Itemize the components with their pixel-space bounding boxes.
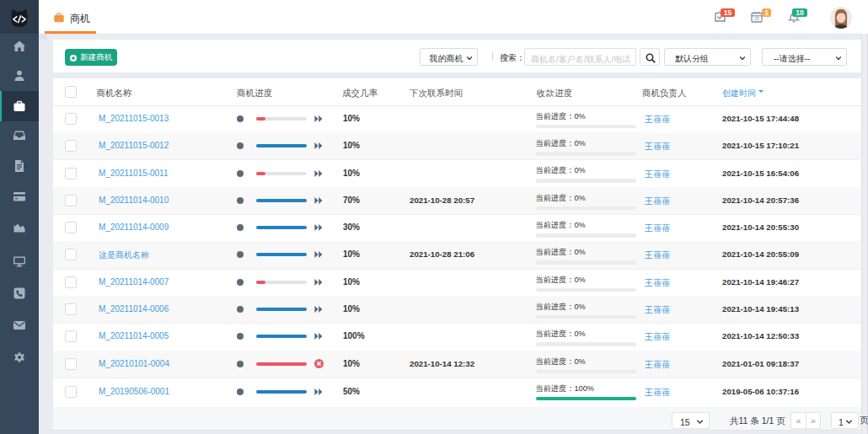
svg-text:25: 25 — [754, 16, 759, 21]
